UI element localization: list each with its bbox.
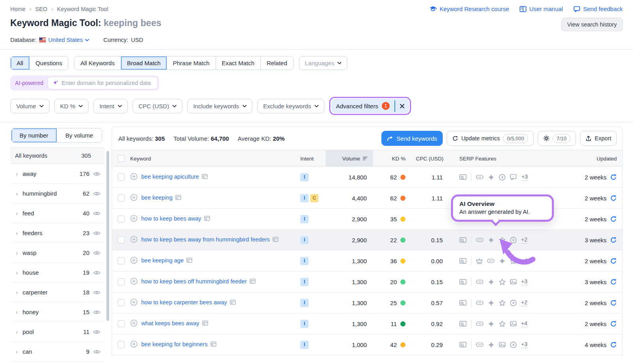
database-selector[interactable]: United States <box>39 37 89 43</box>
sidebar-group-pool[interactable]: › pool 11 <box>10 322 104 342</box>
sidebar-toggle-by-number[interactable]: By number <box>11 128 57 142</box>
plus-circle-icon[interactable] <box>130 277 138 285</box>
serp-preview-mini-icon[interactable] <box>204 216 210 221</box>
tab-exact-match[interactable]: Exact Match <box>216 57 261 70</box>
plus-circle-icon[interactable] <box>130 173 138 180</box>
eye-icon[interactable] <box>93 211 100 216</box>
tab-phrase-match[interactable]: Phrase Match <box>167 57 216 70</box>
serp-preview-icon[interactable] <box>459 237 467 243</box>
eye-icon[interactable] <box>93 270 100 275</box>
filter-exclude-keywords[interactable]: Exclude keywords <box>257 99 324 113</box>
keyword-link[interactable]: bee keeping apiculture <box>141 173 208 181</box>
top-link-manual[interactable]: User manual <box>519 6 563 12</box>
refresh-blue-icon[interactable] <box>610 216 617 223</box>
ai-overview-icon[interactable] <box>488 341 495 348</box>
star-icon[interactable] <box>499 300 506 306</box>
serp-preview-mini-icon[interactable] <box>175 195 181 200</box>
row-checkbox[interactable] <box>118 278 125 285</box>
filter-intent[interactable]: Intent <box>93 99 128 113</box>
plus-circle-icon[interactable] <box>130 256 138 264</box>
sidebar-toggle-by-volume[interactable]: By volume <box>57 128 102 142</box>
serp-more-link[interactable]: +3 <box>521 278 527 285</box>
send-keywords-button[interactable]: Send keywords <box>381 131 443 146</box>
serp-preview-mini-icon[interactable] <box>250 279 256 284</box>
plus-circle-icon[interactable] <box>130 215 138 222</box>
view-search-history-button[interactable]: View search history <box>561 18 623 31</box>
ai-overview-icon[interactable] <box>488 174 495 181</box>
keyword-link[interactable]: what keeps bees away <box>141 319 208 328</box>
sidebar-group-honey[interactable]: › honey 15 <box>10 302 104 322</box>
eye-icon[interactable] <box>93 251 100 255</box>
serp-preview-icon[interactable] <box>459 300 467 306</box>
serp-preview-mini-icon[interactable] <box>202 321 208 326</box>
plus-circle-icon[interactable] <box>130 319 138 327</box>
top-link-course[interactable]: Keyword Research course <box>429 6 509 12</box>
serp-preview-icon[interactable] <box>459 174 467 180</box>
plus-circle-icon[interactable] <box>130 236 138 243</box>
refresh-blue-icon[interactable] <box>610 341 617 348</box>
keyword-link[interactable]: bee keeping <box>141 194 181 202</box>
filter-include-keywords[interactable]: Include keywords <box>187 99 252 113</box>
col-cpc[interactable]: CPC (USD) <box>408 150 449 167</box>
play-icon[interactable] <box>510 300 517 306</box>
tab-all-keywords[interactable]: All Keywords <box>74 57 121 70</box>
col-volume[interactable]: Volume <box>326 150 373 167</box>
serp-preview-mini-icon[interactable] <box>230 300 236 305</box>
keyword-link[interactable]: how to keep bees away <box>141 215 210 223</box>
col-intent[interactable]: Intent <box>300 150 326 167</box>
tab-all[interactable]: All <box>11 57 30 70</box>
keyword-link[interactable]: how to keep bees off hummingbird feeder <box>141 277 256 286</box>
filter-kd-[interactable]: KD % <box>54 99 89 113</box>
tab-questions[interactable]: Questions <box>30 57 68 70</box>
refresh-blue-icon[interactable] <box>610 237 617 243</box>
image-icon[interactable] <box>510 321 517 327</box>
serp-preview-icon[interactable] <box>459 321 467 327</box>
sidebar-scrollbar[interactable] <box>106 151 109 321</box>
ai-overview-icon[interactable] <box>488 321 495 327</box>
update-metrics-button[interactable]: Update metrics 0/5,000 <box>447 131 534 146</box>
sidebar-group-can[interactable]: › can 9 <box>10 342 104 362</box>
star-icon[interactable] <box>499 279 506 285</box>
languages-dropdown[interactable]: Languages <box>299 56 347 70</box>
keyword-link[interactable]: bee keeping age <box>141 256 192 265</box>
advanced-filters-button[interactable]: Advanced filters 1 <box>331 99 394 113</box>
filter-cpc-usd-[interactable]: CPC (USD) <box>133 99 183 113</box>
export-button[interactable]: Export <box>580 131 617 146</box>
refresh-blue-icon[interactable] <box>610 174 617 181</box>
serp-more-link[interactable]: +4 <box>521 320 527 327</box>
play-icon[interactable] <box>499 174 506 181</box>
link-icon[interactable] <box>476 342 483 347</box>
refresh-blue-icon[interactable] <box>610 279 617 285</box>
advanced-filters-clear-button[interactable] <box>394 100 409 112</box>
row-checkbox[interactable] <box>118 320 125 327</box>
eye-icon[interactable] <box>93 310 100 315</box>
row-checkbox[interactable] <box>118 236 125 243</box>
eye-icon[interactable] <box>93 191 100 196</box>
col-updated[interactable]: Updated <box>550 150 622 167</box>
link-icon[interactable] <box>476 279 483 284</box>
star-icon[interactable] <box>499 321 506 327</box>
eye-icon[interactable] <box>93 290 100 295</box>
breadcrumb-item[interactable]: SEO <box>35 6 47 12</box>
eye-icon[interactable] <box>93 172 100 176</box>
serp-preview-mini-icon[interactable] <box>186 258 192 263</box>
keyword-link[interactable]: bee keeping for beginners <box>141 340 216 349</box>
serp-preview-mini-icon[interactable] <box>273 237 279 242</box>
serp-more-link[interactable]: +2 <box>521 299 527 306</box>
sidebar-group-hummingbird[interactable]: › hummingbird 62 <box>10 184 104 204</box>
sidebar-group-carpenter[interactable]: › carpenter 18 <box>10 283 104 302</box>
link-icon[interactable] <box>476 321 483 326</box>
image-icon[interactable] <box>510 279 517 285</box>
breadcrumb-item[interactable]: Keyword Magic Tool <box>57 6 108 12</box>
top-link-feedback[interactable]: Send feedback <box>573 6 623 12</box>
link-icon[interactable] <box>476 238 483 242</box>
refresh-blue-icon[interactable] <box>610 195 617 202</box>
serp-preview-icon[interactable] <box>459 258 467 264</box>
sidebar-group-feed[interactable]: › feed 40 <box>10 204 104 223</box>
row-checkbox[interactable] <box>118 341 125 348</box>
col-keyword[interactable]: Keyword <box>130 150 300 167</box>
serp-preview-icon[interactable] <box>459 341 467 348</box>
refresh-blue-icon[interactable] <box>610 300 617 306</box>
link-icon[interactable] <box>476 175 483 179</box>
ai-overview-icon[interactable] <box>488 279 495 285</box>
